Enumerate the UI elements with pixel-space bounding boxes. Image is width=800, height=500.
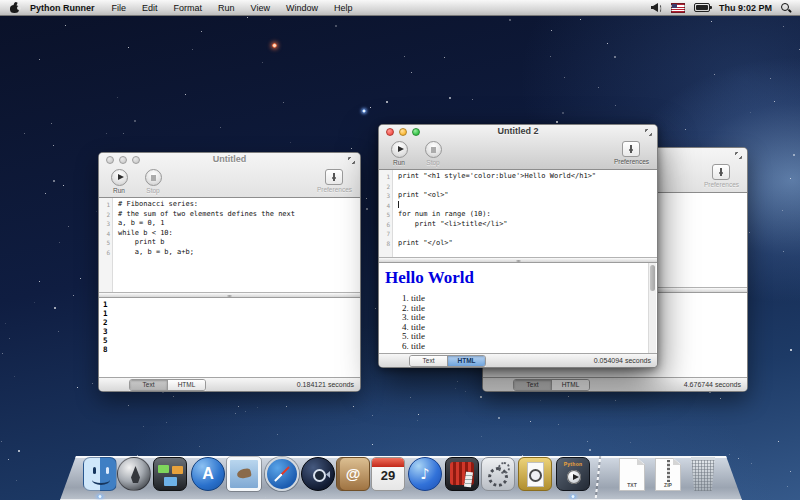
run-time: 4.676744 seconds <box>684 381 741 388</box>
code-editor[interactable]: 1# Fibonacci series: 2# the sum of two e… <box>99 198 360 292</box>
dock-icon-document-search[interactable] <box>518 457 552 491</box>
dock-icon-itunes[interactable]: ♪ <box>408 457 442 491</box>
dock-icon-python-runner[interactable]: Python <box>556 457 590 491</box>
fullscreen-icon[interactable] <box>645 129 652 136</box>
zipper-icon <box>667 460 670 482</box>
segment-html[interactable]: HTML <box>167 380 205 390</box>
output-pane-html[interactable]: Hello World title title title title titl… <box>379 263 657 353</box>
stop-button[interactable]: Stop <box>141 169 165 194</box>
list-item: title <box>411 332 651 342</box>
menu-bar: Python Runner File Edit Format Run View … <box>0 0 800 16</box>
dock-icon-safari[interactable] <box>265 457 299 491</box>
code-line: print "</ol>" <box>393 239 657 249</box>
dock-icon-address-book[interactable]: @ <box>336 457 370 491</box>
dock-icon-system-preferences[interactable] <box>481 457 515 491</box>
menu-help[interactable]: Help <box>326 3 361 13</box>
code-line: # the sum of two elements defines the ne… <box>113 210 360 220</box>
scrollbar-thumb[interactable] <box>650 265 655 291</box>
list-item: title <box>411 294 651 304</box>
list-item: title <box>411 313 651 323</box>
spotlight-icon[interactable] <box>781 3 791 13</box>
run-button[interactable]: Run <box>107 169 131 194</box>
run-time: 0.184121 seconds <box>297 381 354 388</box>
dock-icon-app-store[interactable]: A <box>191 457 225 491</box>
window-untitled-2[interactable]: Untitled 2 Run Stop Preferences 1print "… <box>378 124 658 368</box>
title-bar[interactable]: Untitled 2 <box>379 125 657 139</box>
list-item: title <box>411 323 651 333</box>
code-line: for num in range (10): <box>393 210 657 220</box>
rendered-ordered-list: title title title title title title <box>385 294 651 351</box>
run-time: 0.054094 seconds <box>594 357 651 364</box>
dock: A @ 29 ♪ Python TXT ZIP <box>0 444 800 500</box>
dock-icon-zip-file[interactable]: ZIP <box>655 458 681 491</box>
menu-clock[interactable]: Thu 9:02 PM <box>719 3 772 13</box>
menu-edit[interactable]: Edit <box>134 3 166 13</box>
toolbar: Run Stop Preferences <box>99 167 360 197</box>
list-item: title <box>411 342 651 352</box>
red-star <box>272 43 277 48</box>
code-line: print "<li>title</li>" <box>393 220 657 230</box>
code-line: print "<h1 style='color:blue'>Hello Worl… <box>393 172 657 182</box>
play-triangle-icon <box>573 474 579 480</box>
fullscreen-icon[interactable] <box>348 157 355 164</box>
code-line: while b < 10: <box>113 229 360 239</box>
preferences-button[interactable]: Preferences <box>704 164 739 188</box>
code-line: # Fibonacci series: <box>113 200 360 210</box>
segment-text[interactable]: Text <box>130 380 167 390</box>
output-line: 2 <box>103 318 360 327</box>
dock-icon-mission-control[interactable] <box>153 457 187 491</box>
menu-run[interactable]: Run <box>210 3 243 13</box>
dock-icon-facetime[interactable] <box>301 457 335 491</box>
apple-menu-icon[interactable] <box>10 3 19 13</box>
rendered-heading: Hello World <box>385 268 651 288</box>
menu-format[interactable]: Format <box>166 3 211 13</box>
finder-running-indicator <box>97 495 103 498</box>
code-line <box>393 201 657 211</box>
output-mode-segmented-control: Text HTML <box>129 379 206 391</box>
dock-icon-launchpad[interactable] <box>117 457 151 491</box>
stop-button[interactable]: Stop <box>421 141 445 166</box>
dock-icon-finder[interactable] <box>83 457 117 491</box>
toolbar: Run Stop Preferences <box>379 139 657 169</box>
segment-html[interactable]: HTML <box>551 380 589 390</box>
python-runner-label: Python <box>557 461 589 467</box>
window-untitled[interactable]: Untitled Run Stop Preferences 1# Fibonac… <box>98 152 361 392</box>
blue-star <box>362 109 366 113</box>
list-item: title <box>411 304 651 314</box>
text-cursor <box>398 201 399 208</box>
input-language-flag-icon[interactable] <box>671 3 685 13</box>
status-bar: Text HTML 0.184121 seconds <box>99 377 360 391</box>
segment-text[interactable]: Text <box>514 380 551 390</box>
output-pane[interactable]: 1 1 2 3 5 8 <box>99 298 360 377</box>
code-line <box>393 229 657 239</box>
title-bar[interactable]: Untitled <box>99 153 360 167</box>
menu-view[interactable]: View <box>243 3 278 13</box>
segment-text[interactable]: Text <box>410 356 447 366</box>
dock-icon-mail[interactable] <box>227 457 261 491</box>
run-button[interactable]: Run <box>387 141 411 166</box>
code-line: a, b = 0, 1 <box>113 219 360 229</box>
stop-icon <box>431 147 437 153</box>
menu-window[interactable]: Window <box>278 3 326 13</box>
code-line: print "<ol>" <box>393 191 657 201</box>
menu-app-name[interactable]: Python Runner <box>28 3 104 13</box>
scrollbar-track[interactable] <box>648 263 656 353</box>
output-line: 8 <box>103 345 360 354</box>
menu-file[interactable]: File <box>104 3 135 13</box>
code-editor[interactable]: 1print "<h1 style='color:blue'>Hello Wor… <box>379 170 657 257</box>
preferences-icon <box>622 141 640 157</box>
preferences-icon <box>325 169 343 185</box>
output-line: 5 <box>103 336 360 345</box>
dock-icon-photo-booth[interactable] <box>445 457 479 491</box>
dock-icon-ical[interactable]: 29 <box>371 457 405 491</box>
code-line: print b <box>113 238 360 248</box>
battery-icon[interactable] <box>694 3 710 12</box>
preferences-button[interactable]: Preferences <box>317 169 352 193</box>
dock-icon-txt-file[interactable]: TXT <box>619 458 645 491</box>
preferences-icon <box>712 164 730 180</box>
fullscreen-icon[interactable] <box>735 152 742 159</box>
volume-icon[interactable] <box>651 3 662 12</box>
preferences-button[interactable]: Preferences <box>614 141 649 165</box>
output-mode-segmented-control: Text HTML <box>513 379 590 391</box>
segment-html[interactable]: HTML <box>447 356 485 366</box>
